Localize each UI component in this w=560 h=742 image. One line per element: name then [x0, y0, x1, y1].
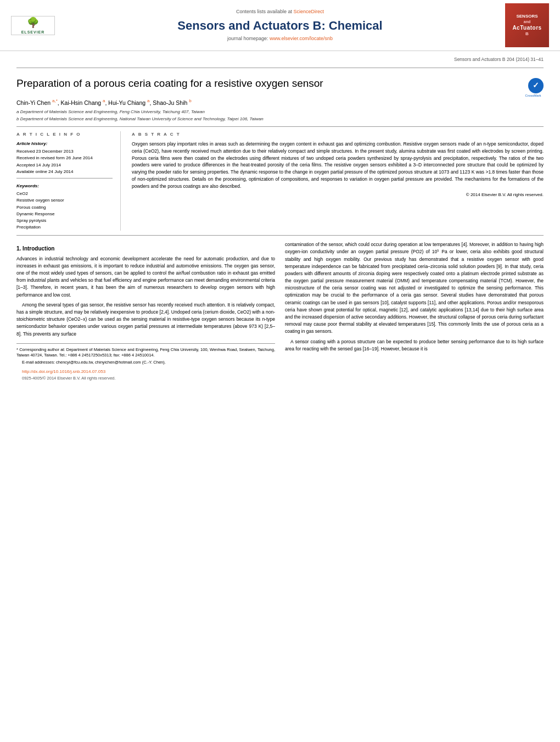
- keywords-label: Keywords:: [16, 183, 113, 189]
- accepted-date: Accepted 14 July 2014: [16, 162, 113, 168]
- keywords-section: Keywords: CeO2 Resistive oxygen sensor P…: [16, 183, 113, 230]
- article-info-col: A R T I C L E I N F O Article history: R…: [16, 131, 121, 231]
- badge-and: and: [524, 19, 530, 24]
- contents-text: Contents lists available at: [236, 9, 292, 14]
- abstract-col: A B S T R A C T Oxygen sensors play impo…: [132, 131, 544, 231]
- received-date: Received 23 December 2013: [16, 148, 113, 154]
- info-abstract-section: A R T I C L E I N F O Article history: R…: [16, 131, 544, 231]
- authors: Chin-Yi Chen a,*, Kai-Hsin Chang a, Hui-…: [16, 98, 544, 107]
- revised-date: Received in revised form 26 June 2014: [16, 155, 113, 161]
- sensors-actuators-badge: SENSORS and AcTuators B: [505, 3, 549, 47]
- badge-b: B: [525, 31, 529, 37]
- crossmark-section: ✓ CrossMark: [523, 77, 544, 98]
- elsevier-logo: 🌳 ELSEVIER: [11, 16, 55, 35]
- body-col-right: contamination of the sensor, which could…: [285, 241, 544, 383]
- article-meta: Sensors and Actuators B 204 (2014) 31–41: [16, 57, 544, 63]
- history-label: Article history:: [16, 141, 113, 147]
- journal-title: Sensors and Actuators B: Chemical: [71, 18, 489, 35]
- badge-sensors: SENSORS: [516, 14, 537, 19]
- elsevier-logo-section: 🌳 ELSEVIER: [11, 16, 71, 35]
- intro-para1: Advances in industrial technology and ec…: [16, 255, 275, 299]
- homepage-url[interactable]: www.elsevier.com/locate/snb: [270, 36, 333, 41]
- body-col-left: 1. Introduction Advances in industrial t…: [16, 241, 275, 383]
- keyword-2: Resistive oxygen sensor: [16, 197, 113, 203]
- badge-actuators: AcTuators: [512, 24, 541, 31]
- title-section: Preparation of a porous ceria coating fo…: [16, 72, 516, 95]
- keyword-5: Spray pyrolysis: [16, 217, 113, 224]
- article-history: Article history: Received 23 December 20…: [16, 141, 113, 175]
- info-divider: [16, 178, 113, 178]
- journal-header: 🌳 ELSEVIER Contents lists available at S…: [0, 0, 560, 51]
- issn-line: 0925-4005/© 2014 Elsevier B.V. All right…: [16, 376, 275, 382]
- article-title: Preparation of a porous ceria coating fo…: [16, 77, 516, 91]
- intro-heading: 1. Introduction: [16, 244, 275, 253]
- article-info-label: A R T I C L E I N F O: [16, 131, 113, 137]
- keyword-4: Dynamic Response: [16, 211, 113, 217]
- affiliation-b: b Department of Materials Science and En…: [16, 116, 544, 122]
- page: 🌳 ELSEVIER Contents lists available at S…: [0, 0, 560, 742]
- intro-para2: Among the several types of gas sensor, t…: [16, 302, 275, 338]
- crossmark-badge: ✓: [528, 78, 544, 93]
- main-content: Sensors and Actuators B 204 (2014) 31–41…: [0, 51, 560, 388]
- mid-divider: [16, 126, 544, 127]
- footnote-email: E-mail addresses: chencyi@fcu.edu.tw, ch…: [16, 360, 275, 366]
- abstract-label: A B S T R A C T: [132, 131, 544, 137]
- affiliations: a Department of Materials Science and En…: [16, 109, 544, 121]
- available-date: Available online 24 July 2014: [16, 169, 113, 175]
- doi-line[interactable]: http://dx.doi.org/10.1016/j.snb.2014.07.…: [16, 369, 275, 375]
- elsevier-text: ELSEVIER: [21, 30, 45, 35]
- elsevier-tree-icon: 🌳: [27, 16, 39, 30]
- journal-homepage: journal homepage: www.elsevier.com/locat…: [71, 35, 489, 42]
- title-row: Preparation of a porous ceria coating fo…: [16, 72, 544, 98]
- abstract-text: Oxygen sensors play important roles in a…: [132, 141, 544, 198]
- footnote-section: * Corresponding author at: Department of…: [16, 343, 275, 382]
- copyright: © 2014 Elsevier B.V. All rights reserved…: [132, 192, 544, 198]
- keyword-1: CeO2: [16, 191, 113, 197]
- top-divider: [16, 68, 544, 68]
- abstract-body: Oxygen sensors play important roles in a…: [132, 141, 544, 189]
- keyword-6: Precipitation: [16, 224, 113, 230]
- right-para2: A sensor coating with a porous structure…: [285, 338, 544, 353]
- body-divider: [16, 235, 544, 236]
- footnote-corresponding: * Corresponding author at: Department of…: [16, 347, 275, 359]
- body-section: 1. Introduction Advances in industrial t…: [16, 241, 544, 383]
- header-center: Contents lists available at ScienceDirec…: [71, 8, 489, 42]
- affiliation-a: a Department of Materials Science and En…: [16, 109, 544, 115]
- keyword-3: Porous coating: [16, 204, 113, 210]
- right-para1: contamination of the sensor, which could…: [285, 241, 544, 335]
- sensors-badge-section: SENSORS and AcTuators B: [489, 3, 549, 47]
- sciencedirect-link[interactable]: ScienceDirect: [294, 9, 324, 14]
